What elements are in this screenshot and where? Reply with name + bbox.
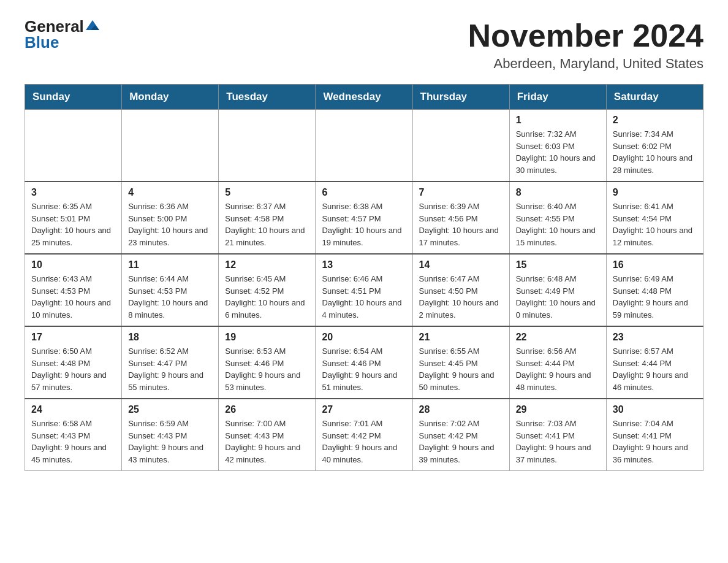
day-info: Sunrise: 6:35 AM Sunset: 5:01 PM Dayligh…: [31, 201, 115, 248]
day-number: 11: [128, 259, 212, 270]
logo: General Blue: [25, 18, 99, 50]
day-info: Sunrise: 6:59 AM Sunset: 4:43 PM Dayligh…: [128, 418, 212, 465]
day-info: Sunrise: 6:45 AM Sunset: 4:52 PM Dayligh…: [225, 273, 309, 321]
calendar-cell: 1Sunrise: 7:32 AM Sunset: 6:03 PM Daylig…: [509, 110, 606, 182]
weekday-header-sunday: Sunday: [25, 85, 122, 110]
day-info: Sunrise: 6:43 AM Sunset: 4:53 PM Dayligh…: [31, 273, 115, 321]
day-info: Sunrise: 6:49 AM Sunset: 4:48 PM Dayligh…: [613, 273, 697, 321]
day-info: Sunrise: 6:57 AM Sunset: 4:44 PM Dayligh…: [613, 345, 697, 393]
calendar-cell: 8Sunrise: 6:40 AM Sunset: 4:55 PM Daylig…: [509, 182, 606, 254]
day-number: 30: [613, 404, 697, 415]
day-number: 13: [322, 259, 406, 270]
day-number: 20: [322, 332, 406, 343]
calendar-cell: [219, 110, 316, 182]
calendar-cell: 19Sunrise: 6:53 AM Sunset: 4:46 PM Dayli…: [219, 326, 316, 399]
calendar-week-row: 24Sunrise: 6:58 AM Sunset: 4:43 PM Dayli…: [25, 399, 703, 471]
day-info: Sunrise: 6:54 AM Sunset: 4:46 PM Dayligh…: [322, 345, 406, 393]
day-info: Sunrise: 6:50 AM Sunset: 4:48 PM Dayligh…: [31, 345, 115, 393]
day-info: Sunrise: 7:01 AM Sunset: 4:42 PM Dayligh…: [322, 418, 406, 465]
day-number: 16: [613, 259, 697, 270]
calendar-cell: 14Sunrise: 6:47 AM Sunset: 4:50 PM Dayli…: [412, 254, 509, 326]
day-number: 27: [322, 404, 406, 415]
calendar-cell: 26Sunrise: 7:00 AM Sunset: 4:43 PM Dayli…: [219, 399, 316, 471]
calendar-cell: 21Sunrise: 6:55 AM Sunset: 4:45 PM Dayli…: [412, 326, 509, 399]
day-number: 3: [31, 187, 115, 198]
calendar-cell: 2Sunrise: 7:34 AM Sunset: 6:02 PM Daylig…: [606, 110, 703, 182]
calendar-cell: 20Sunrise: 6:54 AM Sunset: 4:46 PM Dayli…: [316, 326, 412, 399]
day-info: Sunrise: 6:48 AM Sunset: 4:49 PM Dayligh…: [516, 273, 600, 321]
calendar-cell: 5Sunrise: 6:37 AM Sunset: 4:58 PM Daylig…: [219, 182, 316, 254]
calendar-cell: 13Sunrise: 6:46 AM Sunset: 4:51 PM Dayli…: [316, 254, 412, 326]
calendar-cell: 15Sunrise: 6:48 AM Sunset: 4:49 PM Dayli…: [509, 254, 606, 326]
calendar-cell: 23Sunrise: 6:57 AM Sunset: 4:44 PM Dayli…: [606, 326, 703, 399]
day-info: Sunrise: 6:36 AM Sunset: 5:00 PM Dayligh…: [128, 201, 212, 248]
weekday-header-wednesday: Wednesday: [316, 85, 412, 110]
calendar-cell: 4Sunrise: 6:36 AM Sunset: 5:00 PM Daylig…: [122, 182, 219, 254]
page-header: General Blue November 2024 Aberdeen, Mar…: [25, 18, 703, 72]
day-number: 12: [225, 259, 309, 270]
logo-general-text: General: [25, 18, 84, 34]
day-number: 4: [128, 187, 212, 198]
calendar-cell: [122, 110, 219, 182]
day-number: 19: [225, 332, 309, 343]
day-number: 6: [322, 187, 406, 198]
day-info: Sunrise: 6:58 AM Sunset: 4:43 PM Dayligh…: [31, 418, 115, 465]
day-number: 15: [516, 259, 600, 270]
calendar-week-row: 17Sunrise: 6:50 AM Sunset: 4:48 PM Dayli…: [25, 326, 703, 399]
calendar-header-row: SundayMondayTuesdayWednesdayThursdayFrid…: [25, 85, 703, 110]
calendar-cell: 3Sunrise: 6:35 AM Sunset: 5:01 PM Daylig…: [25, 182, 122, 254]
calendar-cell: 7Sunrise: 6:39 AM Sunset: 4:56 PM Daylig…: [412, 182, 509, 254]
calendar-cell: 11Sunrise: 6:44 AM Sunset: 4:53 PM Dayli…: [122, 254, 219, 326]
calendar-cell: 12Sunrise: 6:45 AM Sunset: 4:52 PM Dayli…: [219, 254, 316, 326]
calendar-cell: 17Sunrise: 6:50 AM Sunset: 4:48 PM Dayli…: [25, 326, 122, 399]
day-info: Sunrise: 7:04 AM Sunset: 4:41 PM Dayligh…: [613, 418, 697, 465]
day-number: 17: [31, 332, 115, 343]
calendar-cell: 18Sunrise: 6:52 AM Sunset: 4:47 PM Dayli…: [122, 326, 219, 399]
calendar-cell: 29Sunrise: 7:03 AM Sunset: 4:41 PM Dayli…: [509, 399, 606, 471]
day-number: 18: [128, 332, 212, 343]
title-block: November 2024 Aberdeen, Maryland, United…: [468, 18, 703, 72]
day-info: Sunrise: 6:44 AM Sunset: 4:53 PM Dayligh…: [128, 273, 212, 321]
calendar-cell: 10Sunrise: 6:43 AM Sunset: 4:53 PM Dayli…: [25, 254, 122, 326]
day-info: Sunrise: 7:00 AM Sunset: 4:43 PM Dayligh…: [225, 418, 309, 465]
day-info: Sunrise: 6:52 AM Sunset: 4:47 PM Dayligh…: [128, 345, 212, 393]
day-number: 23: [613, 332, 697, 343]
day-number: 2: [613, 115, 697, 126]
day-info: Sunrise: 7:02 AM Sunset: 4:42 PM Dayligh…: [419, 418, 503, 465]
calendar-cell: 9Sunrise: 6:41 AM Sunset: 4:54 PM Daylig…: [606, 182, 703, 254]
calendar-cell: [25, 110, 122, 182]
day-info: Sunrise: 6:39 AM Sunset: 4:56 PM Dayligh…: [419, 201, 503, 248]
day-number: 9: [613, 187, 697, 198]
day-number: 7: [419, 187, 503, 198]
day-number: 24: [31, 404, 115, 415]
weekday-header-saturday: Saturday: [606, 85, 703, 110]
day-info: Sunrise: 6:56 AM Sunset: 4:44 PM Dayligh…: [516, 345, 600, 393]
day-info: Sunrise: 6:41 AM Sunset: 4:54 PM Dayligh…: [613, 201, 697, 248]
calendar-cell: 24Sunrise: 6:58 AM Sunset: 4:43 PM Dayli…: [25, 399, 122, 471]
weekday-header-monday: Monday: [122, 85, 219, 110]
day-info: Sunrise: 6:46 AM Sunset: 4:51 PM Dayligh…: [322, 273, 406, 321]
day-info: Sunrise: 6:37 AM Sunset: 4:58 PM Dayligh…: [225, 201, 309, 248]
day-number: 25: [128, 404, 212, 415]
calendar-cell: [412, 110, 509, 182]
calendar-week-row: 3Sunrise: 6:35 AM Sunset: 5:01 PM Daylig…: [25, 182, 703, 254]
calendar-cell: 25Sunrise: 6:59 AM Sunset: 4:43 PM Dayli…: [122, 399, 219, 471]
day-number: 8: [516, 187, 600, 198]
day-info: Sunrise: 6:53 AM Sunset: 4:46 PM Dayligh…: [225, 345, 309, 393]
weekday-header-thursday: Thursday: [412, 85, 509, 110]
day-info: Sunrise: 7:32 AM Sunset: 6:03 PM Dayligh…: [516, 128, 600, 176]
logo-triangle-icon: [86, 19, 99, 31]
weekday-header-friday: Friday: [509, 85, 606, 110]
day-number: 14: [419, 259, 503, 270]
day-number: 21: [419, 332, 503, 343]
calendar-cell: 28Sunrise: 7:02 AM Sunset: 4:42 PM Dayli…: [412, 399, 509, 471]
day-info: Sunrise: 6:38 AM Sunset: 4:57 PM Dayligh…: [322, 201, 406, 248]
logo-blue-text: Blue: [25, 34, 59, 50]
day-info: Sunrise: 6:55 AM Sunset: 4:45 PM Dayligh…: [419, 345, 503, 393]
calendar-cell: 6Sunrise: 6:38 AM Sunset: 4:57 PM Daylig…: [316, 182, 412, 254]
calendar-cell: 30Sunrise: 7:04 AM Sunset: 4:41 PM Dayli…: [606, 399, 703, 471]
month-title: November 2024: [468, 18, 703, 53]
calendar-cell: 16Sunrise: 6:49 AM Sunset: 4:48 PM Dayli…: [606, 254, 703, 326]
day-number: 29: [516, 404, 600, 415]
weekday-header-tuesday: Tuesday: [219, 85, 316, 110]
